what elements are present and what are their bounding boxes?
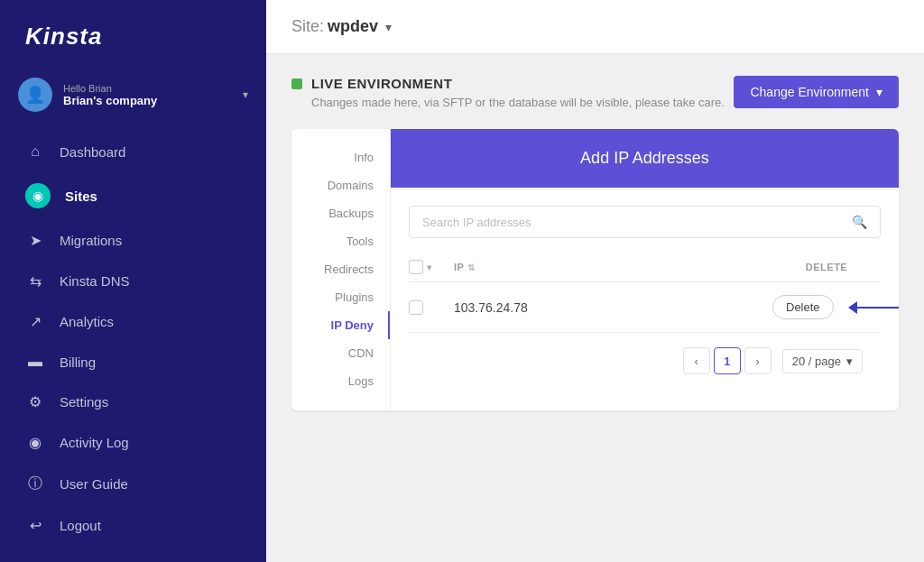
logo: Kinsta [0,0,266,69]
header-check-chevron: ▾ [427,263,432,272]
sidebar-item-user-guide[interactable]: ⓘ User Guide [0,463,266,505]
arrow-line [857,307,899,309]
sidebar-item-label: Kinsta DNS [60,273,130,289]
sidebar-item-activity-log[interactable]: ◉ Activity Log [0,422,266,463]
search-placeholder: Search IP addresses [422,216,531,229]
sidebar-item-analytics[interactable]: ↗ Analytics [0,301,266,342]
sidebar-item-label: Analytics [60,314,114,329]
arrow-indicator [848,301,899,314]
row-ip-col: 103.76.24.78 [454,300,772,315]
sidebar-item-label: Logout [60,518,101,533]
change-env-label: Change Environment [750,85,869,99]
per-page-label: 20 / page [792,355,841,368]
env-dot [291,78,302,89]
env-description: Changes made here, via SFTP or the datab… [311,95,734,111]
ip-value: 103.76.24.78 [454,300,528,315]
row-delete-col: Delete [772,295,881,319]
search-box[interactable]: Search IP addresses 🔍 [409,206,881,238]
prev-page-button[interactable]: ‹ [683,347,710,374]
dashboard-icon: ⌂ [25,143,45,160]
sub-nav: Info Domains Backups Tools Redirects Plu… [291,129,391,410]
env-title: LIVE ENVIRONMENT [291,76,734,91]
sidebar-item-label: Sites [65,189,97,204]
activity-log-icon: ◉ [25,434,45,451]
select-all-checkbox[interactable] [409,260,423,274]
sidebar-item-label: Billing [60,355,96,370]
logo-text: Kinsta [25,23,102,50]
env-title-text: LIVE ENVIRONMENT [311,76,452,91]
header-check-col: ▾ [409,260,454,274]
site-chevron-icon: ▾ [385,20,392,34]
env-info: LIVE ENVIRONMENT Changes made here, via … [291,76,734,111]
billing-icon: ▬ [25,354,45,370]
user-chevron-icon: ▾ [243,88,248,101]
env-banner: LIVE ENVIRONMENT Changes made here, via … [291,76,899,111]
settings-icon: ⚙ [25,393,45,410]
search-icon: 🔍 [852,215,867,229]
delete-column-label: DELETE [806,262,847,272]
change-environment-button[interactable]: Change Environment ▾ [734,76,899,108]
sort-icon[interactable]: ⇅ [467,263,476,272]
migrations-icon: ➤ [25,232,45,249]
sidebar-item-logout[interactable]: ↩ Logout [0,505,266,546]
panel: Info Domains Backups Tools Redirects Plu… [291,129,899,410]
site-selector[interactable]: Site: wpdev ▾ [291,17,392,36]
header-ip-col: IP ⇅ [454,262,772,272]
sidebar-item-label: Migrations [60,233,122,248]
pagination: ‹ 1 › 20 / page ▾ [409,333,881,392]
sidebar-item-label: Settings [60,394,108,410]
top-bar: Site: wpdev ▾ [266,0,924,54]
change-env-chevron-icon: ▾ [876,85,882,99]
sidebar-item-label: Dashboard [60,144,125,160]
sub-nav-logs[interactable]: Logs [291,367,390,395]
logout-icon: ↩ [25,517,45,534]
sub-nav-plugins[interactable]: Plugins [291,283,390,311]
per-page-select[interactable]: 20 / page ▾ [782,349,863,373]
sub-nav-ip-deny[interactable]: IP Deny [291,311,390,339]
user-section[interactable]: 👤 Hello Brian Brian's company ▾ [0,69,266,128]
analytics-icon: ↗ [25,313,45,330]
sidebar-item-settings[interactable]: ⚙ Settings [0,382,266,422]
search-row: Search IP addresses 🔍 [409,206,881,238]
arrow-head-icon [848,301,857,314]
row-checkbox[interactable] [409,300,423,315]
user-guide-icon: ⓘ [25,474,45,493]
sidebar-item-migrations[interactable]: ➤ Migrations [0,220,266,261]
current-page-button[interactable]: 1 [714,347,741,374]
delete-button[interactable]: Delete [772,295,834,319]
avatar: 👤 [18,78,52,112]
sub-nav-domains[interactable]: Domains [291,171,390,199]
panel-layout: Info Domains Backups Tools Redirects Plu… [291,129,899,410]
sidebar-item-billing[interactable]: ▬ Billing [0,342,266,382]
row-check-col [409,300,454,315]
panel-content: Add IP Addresses Search IP addresses 🔍 [391,129,899,410]
sites-icon: ◉ [25,183,51,208]
add-ip-button[interactable]: Add IP Addresses [391,129,899,188]
sub-nav-tools[interactable]: Tools [291,227,390,255]
sidebar-item-label: Activity Log [60,435,129,450]
sub-nav-redirects[interactable]: Redirects [291,255,390,283]
next-page-button[interactable]: › [744,347,772,374]
sub-nav-backups[interactable]: Backups [291,199,390,227]
user-greeting: Hello Brian [63,83,236,94]
sub-nav-info[interactable]: Info [291,143,390,171]
site-name: wpdev [328,17,378,36]
user-company: Brian's company [63,94,236,107]
main-content: Site: wpdev ▾ LIVE ENVIRONMENT Changes m… [266,0,924,562]
user-info: Hello Brian Brian's company [63,83,236,107]
sidebar-item-label: User Guide [60,476,128,492]
sidebar: Kinsta 👤 Hello Brian Brian's company ▾ ⌂… [0,0,266,562]
sub-nav-cdn[interactable]: CDN [291,339,390,367]
sidebar-item-dashboard[interactable]: ⌂ Dashboard [0,132,266,171]
kinsta-dns-icon: ⇆ [25,272,45,290]
table-row: 103.76.24.78 Delete [409,282,881,333]
per-page-chevron-icon: ▾ [846,355,853,368]
sidebar-item-sites[interactable]: ◉ Sites [0,171,266,220]
header-delete-col: DELETE [772,262,881,272]
ip-table-area: Search IP addresses 🔍 ▾ IP ⇅ [391,188,899,410]
ip-column-label: IP [454,262,464,272]
sidebar-item-kinsta-dns[interactable]: ⇆ Kinsta DNS [0,261,266,301]
site-label: Site: [291,17,324,36]
nav-items: ⌂ Dashboard ◉ Sites ➤ Migrations ⇆ Kinst… [0,128,266,562]
content-area: LIVE ENVIRONMENT Changes made here, via … [266,54,924,562]
